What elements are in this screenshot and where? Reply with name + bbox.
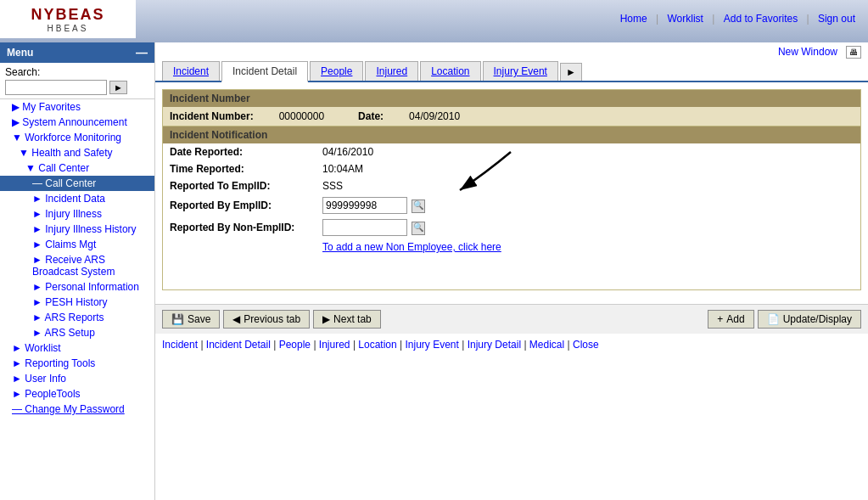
sidebar-minimize-button[interactable]: — — [136, 46, 148, 59]
sidebar-item-pesh-history[interactable]: ► PESH History — [0, 295, 154, 310]
sidebar-item-reporting-tools[interactable]: ► Reporting Tools — [0, 356, 154, 371]
add-button[interactable]: + Add — [708, 310, 753, 329]
footer-link-close[interactable]: Close — [573, 339, 599, 351]
add-non-employee-row: To add a new Non Employee, click here — [163, 239, 860, 256]
tab-next-arrow[interactable]: ► — [560, 63, 582, 81]
update-display-label: Update/Display — [783, 313, 852, 325]
sidebar-item-ars-reports[interactable]: ► ARS Reports — [0, 310, 154, 325]
footer-link-incident-detail[interactable]: Incident Detail — [206, 339, 271, 351]
sign-out-link[interactable]: Sign out — [818, 13, 855, 25]
date-reported-value: 04/16/2010 — [322, 146, 854, 158]
sidebar-item-workforce-monitoring[interactable]: ▼ Workforce Monitoring — [0, 130, 154, 145]
footer-link-injured[interactable]: Injured — [319, 339, 350, 351]
sidebar-item-health-safety[interactable]: ▼ Health and Safety — [0, 145, 154, 160]
sidebar-item-worklist[interactable]: ► Worklist — [0, 340, 154, 356]
footer-link-location[interactable]: Location — [358, 339, 396, 351]
save-icon: 💾 — [171, 313, 184, 325]
header-nav: Home | Worklist | Add to Favorites | Sig… — [616, 13, 860, 25]
sidebar-item-user-info[interactable]: ► User Info — [0, 371, 154, 386]
date-reported-row: Date Reported: 04/16/2010 — [163, 143, 860, 160]
content-area: New Window 🖶 Incident Incident Detail Pe… — [155, 42, 868, 500]
logo: NYBEAS HBEAS — [0, 0, 136, 38]
reported-by-non-row: Reported By Non-EmplID: 🔍 — [163, 216, 860, 239]
sidebar-item-call-center-group[interactable]: ▼ Call Center — [0, 160, 154, 176]
sidebar-item-personal-info[interactable]: ► Personal Information — [0, 279, 154, 295]
notification-section: Incident Notification Date Reported: 04/… — [162, 126, 861, 290]
search-input[interactable] — [5, 80, 107, 95]
update-icon: 📄 — [767, 313, 780, 325]
tab-incident[interactable]: Incident — [162, 61, 220, 81]
next-icon: ▶ — [322, 313, 330, 325]
footer-link-medical[interactable]: Medical — [529, 339, 564, 351]
footer-links: Incident | Incident Detail | People | In… — [155, 334, 868, 356]
sidebar-item-my-favorites[interactable]: ▶ My Favorites — [0, 99, 154, 115]
reported-by-label: Reported By EmplID: — [170, 199, 322, 211]
reported-by-non-label: Reported By Non-EmplID: — [170, 222, 322, 233]
time-reported-row: Time Reported: 10:04AM — [163, 160, 860, 177]
footer-link-injury-detail[interactable]: Injury Detail — [468, 339, 521, 351]
spacer — [163, 256, 860, 289]
logo-sub: HBEAS — [48, 24, 89, 33]
add-icon: + — [717, 313, 723, 325]
sidebar: Menu — Search: ► ▶ My Favorites ▶ System… — [0, 42, 155, 500]
new-window-bar: New Window 🖶 — [155, 42, 868, 61]
footer-link-incident[interactable]: Incident — [162, 339, 198, 351]
sidebar-item-claims-mgt[interactable]: ► Claims Mgt — [0, 237, 154, 252]
bottom-toolbar: 💾 Save ◀ Previous tab ▶ Next tab + Add 📄… — [155, 304, 868, 334]
sidebar-item-call-center-active[interactable]: — Call Center — [0, 176, 154, 191]
incident-number-label: Incident Number: — [170, 110, 254, 122]
add-label: Add — [726, 313, 744, 325]
tabs-row: Incident Incident Detail People Injured … — [155, 61, 868, 82]
date-reported-label: Date Reported: — [170, 146, 322, 158]
new-window-link[interactable]: New Window — [778, 46, 837, 58]
reported-by-search-icon[interactable]: 🔍 — [412, 199, 425, 213]
tab-location[interactable]: Location — [420, 61, 480, 81]
add-non-employee-link[interactable]: To add a new Non Employee, click here — [322, 241, 501, 253]
reported-by-non-value: 🔍 — [322, 219, 854, 236]
sidebar-item-receive-ars[interactable]: ► Receive ARS Broadcast System — [0, 252, 154, 279]
sidebar-item-incident-data[interactable]: ► Incident Data — [0, 191, 154, 206]
add-favorites-link[interactable]: Add to Favorites — [724, 13, 798, 25]
logo-main: NYBEAS — [31, 6, 104, 24]
prev-icon: ◀ — [232, 313, 240, 325]
sidebar-item-injury-illness[interactable]: ► Injury Illness — [0, 206, 154, 222]
sidebar-item-ars-setup[interactable]: ► ARS Setup — [0, 325, 154, 340]
worklist-link[interactable]: Worklist — [668, 13, 703, 25]
incident-number-value: 00000000 — [279, 110, 324, 122]
next-tab-label: Next tab — [333, 313, 372, 325]
tab-injury-event[interactable]: Injury Event — [483, 61, 558, 81]
print-icon[interactable]: 🖶 — [846, 46, 861, 59]
reported-by-row: Reported By EmplID: 🔍 — [163, 194, 860, 216]
sidebar-search-area: Search: ► — [0, 63, 154, 99]
tab-people[interactable]: People — [310, 61, 363, 81]
search-button[interactable]: ► — [109, 81, 127, 94]
save-label: Save — [188, 313, 210, 325]
incident-number-row: Incident Number: 00000000 Date: 04/09/20… — [163, 107, 860, 126]
sidebar-item-people-tools[interactable]: ► PeopleTools — [0, 386, 154, 402]
sidebar-header: Menu — — [0, 42, 154, 63]
tab-injured[interactable]: Injured — [365, 61, 418, 81]
reported-by-non-search-icon[interactable]: 🔍 — [412, 222, 425, 235]
sidebar-item-change-password[interactable]: — Change My Password — [0, 402, 154, 417]
tab-incident-detail[interactable]: Incident Detail — [221, 61, 308, 82]
reported-by-non-input[interactable] — [322, 219, 407, 236]
sidebar-item-injury-illness-history[interactable]: ► Injury Illness History — [0, 222, 154, 237]
reported-to-row: Reported To EmplID: SSS — [163, 177, 860, 194]
save-button[interactable]: 💾 Save — [162, 310, 220, 329]
time-reported-label: Time Reported: — [170, 163, 322, 175]
prev-tab-button[interactable]: ◀ Previous tab — [223, 310, 310, 329]
reported-to-label: Reported To EmplID: — [170, 180, 322, 192]
sidebar-item-system-announcement[interactable]: ▶ System Announcement — [0, 115, 154, 130]
footer-link-injury-event[interactable]: Injury Event — [406, 339, 459, 351]
home-link[interactable]: Home — [620, 13, 647, 25]
next-tab-button[interactable]: ▶ Next tab — [313, 310, 381, 329]
update-display-button[interactable]: 📄 Update/Display — [758, 310, 861, 329]
notification-header: Incident Notification — [163, 126, 860, 143]
incident-number-header: Incident Number — [163, 90, 860, 107]
reported-by-input[interactable] — [322, 197, 407, 214]
date-value: 04/09/2010 — [409, 110, 460, 122]
prev-tab-label: Previous tab — [244, 313, 300, 325]
footer-link-people[interactable]: People — [279, 339, 311, 351]
search-label: Search: — [5, 66, 149, 78]
date-label: Date: — [358, 110, 384, 122]
